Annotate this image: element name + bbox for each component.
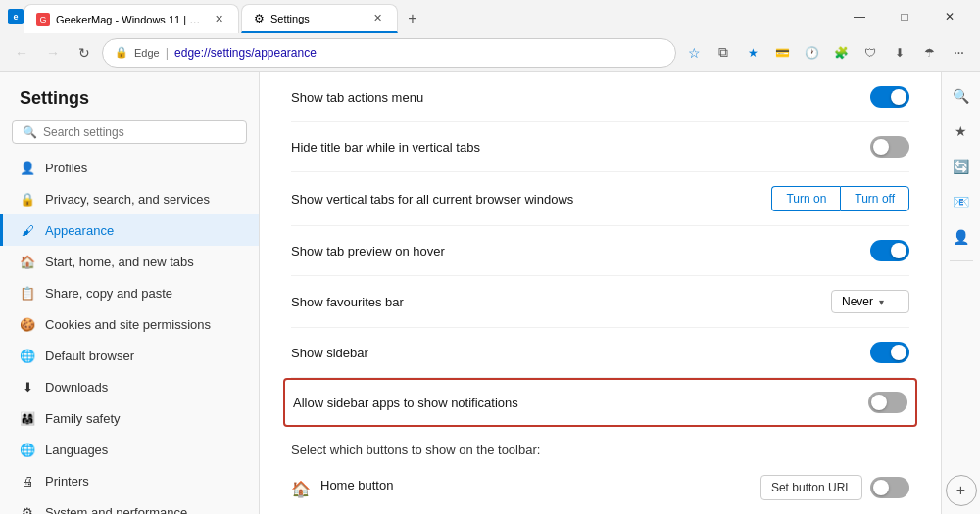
sidebar-item-downloads[interactable]: ⬇Downloads (0, 371, 259, 402)
nav-label-default-browser: Default browser (45, 349, 134, 363)
sidebar-item-share[interactable]: 📋Share, copy and paste (0, 277, 259, 308)
toolbar-section-header: Select which buttons to show on the tool… (291, 427, 909, 461)
nav-icon-printers: 🖨 (20, 473, 35, 489)
nav-icon-appearance: 🖌 (20, 222, 35, 238)
rp-profile-icon[interactable]: 👤 (946, 221, 977, 253)
toolbar-row-home-button: 🏠 Home button Set button URL (291, 461, 909, 514)
main-area: Settings 🔍 👤Profiles🔒Privacy, search, an… (0, 72, 980, 514)
setting-label-hide-title-bar: Hide title bar while in vertical tabs (291, 140, 858, 155)
toggle-allow-sidebar-notifications[interactable] (868, 392, 907, 413)
toggle-show-tab-actions[interactable] (870, 86, 909, 108)
profile-icon[interactable]: ☂ (915, 39, 943, 67)
titlebar-left: e (8, 9, 24, 24)
refresh-button[interactable]: ↻ (71, 39, 98, 67)
sidebar-item-appearance[interactable]: 🖌Appearance (0, 214, 259, 246)
setting-label-show-tab-preview: Show tab preview on hover (291, 244, 858, 258)
search-box[interactable]: 🔍 (12, 120, 247, 144)
setting-label-show-sidebar: Show sidebar (291, 346, 858, 360)
sidebar-item-privacy[interactable]: 🔒Privacy, search, and services (0, 183, 259, 214)
nav-label-printers: Printers (45, 474, 89, 489)
tab-close-button[interactable]: ✕ (211, 12, 226, 27)
setting-row-show-vertical-tabs: Show vertical tabs for all current brows… (291, 172, 909, 226)
chevron-down-icon: ▾ (879, 297, 884, 307)
address-url: edge://settings/appearance (174, 46, 317, 60)
tab-settings-close-button[interactable]: ✕ (369, 11, 385, 26)
sidebar-item-system[interactable]: ⚙System and performance (0, 496, 259, 514)
search-input[interactable] (43, 125, 236, 139)
sidebar-item-printers[interactable]: 🖨Printers (0, 465, 259, 496)
toggle-show-sidebar[interactable] (870, 342, 909, 363)
browser-icon: e (8, 9, 24, 24)
turn-off-button[interactable]: Turn off (840, 186, 909, 211)
history-icon[interactable]: 🕐 (798, 39, 825, 67)
setting-control-show-favourites-bar: Never ▾ (831, 290, 909, 313)
nav-label-system: System and performance (45, 505, 187, 515)
rp-search-icon[interactable]: 🔍 (946, 80, 977, 112)
sidebar-item-profiles[interactable]: 👤Profiles (0, 152, 259, 183)
nav-label-appearance: Appearance (45, 223, 114, 238)
rp-refresh-icon[interactable]: 🔄 (946, 151, 977, 182)
dropdown-value-show-favourites-bar: Never (842, 295, 873, 308)
nav-label-start: Start, home, and new tabs (45, 255, 194, 269)
turn-on-button[interactable]: Turn on (771, 186, 840, 211)
rp-mail-icon[interactable]: 📧 (946, 186, 977, 217)
setting-control-show-tab-actions (870, 86, 909, 108)
tab-bar: G GeekerMag - Windows 11 | War... ✕ ⚙ Se… (24, 0, 837, 33)
tab-geekermag[interactable]: G GeekerMag - Windows 11 | War... ✕ (24, 4, 239, 33)
nav-icon-languages: 🌐 (20, 442, 35, 457)
setting-control-show-sidebar (870, 342, 909, 363)
toggle-thumb-home-button (873, 480, 889, 495)
toggle-thumb-allow-sidebar-notifications (871, 395, 887, 410)
shield-icon[interactable]: 🛡 (857, 39, 884, 67)
setting-row-show-tab-actions: Show tab actions menu (291, 72, 909, 122)
nav-label-share: Share, copy and paste (45, 286, 172, 301)
nav-icon-family: 👨‍👩‍👧 (20, 410, 35, 426)
toggle-thumb-show-sidebar (891, 345, 906, 360)
forward-button[interactable]: → (39, 39, 67, 67)
more-button[interactable]: ··· (945, 39, 972, 67)
address-box[interactable]: 🔒 Edge | edge://settings/appearance (102, 38, 676, 68)
toggle-show-tab-preview[interactable] (870, 240, 909, 261)
back-button[interactable]: ← (8, 39, 35, 67)
minimize-button[interactable]: — (837, 0, 882, 33)
toggle-thumb-hide-title-bar (873, 139, 889, 155)
toolbar-icon-home-button: 🏠 (291, 480, 311, 498)
toggle-home-button[interactable] (870, 477, 909, 498)
sidebar-item-default-browser[interactable]: 🌐Default browser (0, 340, 259, 371)
sidebar-item-start[interactable]: 🏠Start, home, and new tabs (0, 246, 259, 277)
nav-label-languages: Languages (45, 443, 108, 457)
nav-icon-system: ⚙ (20, 504, 35, 514)
window-controls: — □ ✕ (837, 0, 972, 33)
new-tab-button[interactable]: + (398, 4, 427, 33)
nav-icon-default-browser: 🌐 (20, 348, 35, 363)
tab-settings-title: Settings (270, 13, 364, 24)
nav-label-privacy: Privacy, search, and services (45, 192, 210, 207)
nav-icon-privacy: 🔒 (20, 191, 35, 207)
sidebar-item-family[interactable]: 👨‍👩‍👧Family safety (0, 402, 259, 434)
nav-label-cookies: Cookies and site permissions (45, 317, 211, 332)
ext-icon[interactable]: 🧩 (827, 39, 855, 67)
settings-title: Settings (0, 72, 259, 117)
address-bar: ← → ↻ 🔒 Edge | edge://settings/appearanc… (0, 33, 980, 72)
rp-add-button[interactable]: + (946, 475, 977, 506)
collections-icon[interactable]: ★ (739, 39, 766, 67)
sidebar-item-cookies[interactable]: 🍪Cookies and site permissions (0, 308, 259, 340)
close-button[interactable]: ✕ (927, 0, 972, 33)
download-icon[interactable]: ⬇ (886, 39, 913, 67)
wallet-icon[interactable]: 💳 (768, 39, 796, 67)
maximize-button[interactable]: □ (882, 0, 927, 33)
split-icon[interactable]: ⧉ (710, 39, 737, 67)
sidebar-item-languages[interactable]: 🌐Languages (0, 434, 259, 465)
tab-title: GeekerMag - Windows 11 | War... (56, 14, 205, 25)
tab-settings[interactable]: ⚙ Settings ✕ (241, 4, 398, 33)
toggle-hide-title-bar[interactable] (870, 136, 909, 158)
dropdown-show-favourites-bar[interactable]: Never ▾ (831, 290, 909, 313)
rp-fav-icon[interactable]: ★ (946, 116, 977, 147)
set-url-button[interactable]: Set button URL (760, 475, 862, 500)
nav-icon-downloads: ⬇ (20, 379, 35, 395)
lock-icon: 🔒 (115, 46, 128, 59)
tab-favicon: G (36, 13, 50, 26)
rp-separator (950, 260, 973, 261)
favourites-icon[interactable]: ☆ (680, 39, 708, 67)
settings-sidebar: Settings 🔍 👤Profiles🔒Privacy, search, an… (0, 72, 260, 514)
